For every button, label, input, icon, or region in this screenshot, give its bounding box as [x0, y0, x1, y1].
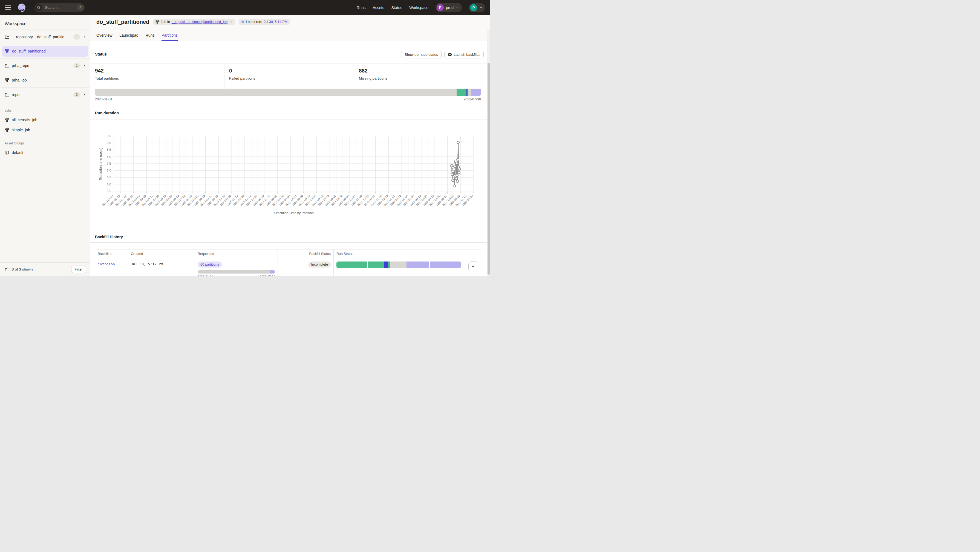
main-content: do_stuff_partitioned Job in __reposi...a… — [90, 15, 490, 276]
backfill-table: Backfill IdCreatedRequestedBackfill Stat… — [95, 249, 481, 276]
nav-link-status[interactable]: Status — [391, 5, 402, 10]
requested-end-date: 2022-07-30 — [260, 275, 275, 276]
svg-text:5.5: 5.5 — [107, 190, 111, 193]
sidebar-job-simple_job[interactable]: simple_job — [0, 125, 90, 135]
search-input[interactable] — [45, 5, 76, 10]
sidebar-item-prha-repo[interactable]: prha_repo1 — [0, 59, 90, 73]
dagster-logo-icon[interactable] — [17, 3, 27, 13]
deployment-switcher[interactable]: P prod — [436, 3, 462, 12]
stat-label: Missing partitions — [359, 76, 490, 81]
page-scrollbar[interactable] — [487, 30, 490, 276]
bar-segment — [457, 89, 466, 96]
chevron-down-icon — [479, 6, 483, 9]
sidebar-item-label: __repository__do_stuff_partitio... — [12, 35, 68, 39]
bar-segment — [368, 262, 384, 268]
job-icon — [156, 20, 159, 24]
job-origin-link[interactable]: __reposi...artitioned@partitioned_job — [172, 20, 228, 24]
top-nav: / RunsAssetsStatusWorkspace P prod P — [0, 0, 490, 15]
run-status-dot-icon — [242, 21, 244, 23]
sidebar-job-all_cereals_job[interactable]: all_cereals_job — [0, 114, 90, 125]
nav-link-assets[interactable]: Assets — [372, 5, 384, 10]
sidebar-item-label: do_stuff_partitioned — [12, 49, 46, 53]
chevron-down-icon — [456, 6, 459, 9]
sidebar-item-selected-pill: do_stuff_partitioned — [2, 46, 88, 57]
column-header-run-status: Run Status — [334, 249, 465, 258]
caret-down-icon[interactable] — [83, 64, 86, 67]
sidebar-item-label: repo — [12, 92, 19, 97]
folder-icon — [5, 35, 9, 39]
stat-value: 942 — [95, 68, 224, 74]
search-icon — [35, 4, 43, 11]
bar-start-date: 2020-01-01 — [95, 97, 113, 101]
backfill-requested-cell: 60 partitions 2020-01-01 2022-07-30 — [195, 258, 278, 276]
svg-text:6.5: 6.5 — [107, 176, 111, 179]
svg-text:9.5: 9.5 — [107, 134, 111, 138]
backfill-history-title: Backfill History — [95, 235, 123, 239]
user-avatar: P — [470, 4, 477, 11]
nav-link-workspace[interactable]: Workspace — [409, 5, 428, 10]
partition-status-bar[interactable] — [95, 89, 481, 96]
svg-text:7.5: 7.5 — [107, 162, 111, 165]
column-header-backfill-id: Backfill Id — [95, 249, 128, 258]
backfill-table-row: jozrgsbh Jul 30, 5:12 PM 60 partitions 2… — [95, 258, 481, 276]
sidebar-item-prha-job[interactable]: prha_job — [0, 73, 90, 87]
stat-label: Total partitions — [95, 76, 224, 81]
svg-text:7.0: 7.0 — [107, 169, 111, 172]
bar-segment — [384, 262, 388, 268]
global-search[interactable]: / — [35, 3, 84, 12]
sidebar-item-repo[interactable]: repo3 — [0, 87, 90, 102]
bar-segment — [471, 89, 481, 96]
repo-count: 3 of 3 shown — [12, 267, 33, 271]
stat-missing-partitions: 882Missing partitions — [354, 63, 490, 89]
deployment-label: prod — [446, 5, 453, 10]
workspace-list: __repository__do_stuff_partitio...1do_st… — [0, 30, 90, 102]
caret-down-icon[interactable] — [83, 35, 86, 38]
repo-job-count-badge: 1 — [73, 34, 80, 40]
bar-segment — [95, 89, 457, 96]
sidebar-asset-group-default[interactable]: default — [0, 148, 90, 157]
job-label: simple_job — [12, 128, 30, 132]
folder-icon — [5, 267, 9, 271]
requested-range-bar — [198, 270, 275, 274]
stat-value: 0 — [229, 68, 354, 74]
hamburger-menu-icon[interactable] — [5, 5, 11, 10]
nav-links: RunsAssetsStatusWorkspace — [357, 5, 428, 10]
page-title: do_stuff_partitioned — [96, 19, 149, 25]
scrollbar-thumb[interactable] — [488, 63, 490, 274]
tab-overview[interactable]: Overview — [96, 33, 112, 41]
column-header-actions — [465, 249, 481, 258]
user-menu[interactable]: P — [469, 3, 485, 12]
tab-runs[interactable]: Runs — [146, 33, 155, 41]
sidebar-item-label: prha_job — [12, 78, 27, 82]
deployment-avatar: P — [437, 4, 444, 11]
partition-stats: 942Total partitions0Failed partitions882… — [90, 63, 490, 89]
run-status-bar[interactable] — [336, 262, 461, 268]
requested-partitions-badge[interactable]: 60 partitions — [198, 262, 222, 268]
bar-segment — [430, 262, 461, 268]
caret-down-icon[interactable] — [83, 93, 86, 96]
expand-row-button[interactable] — [468, 262, 478, 271]
refresh-icon[interactable] — [229, 20, 233, 24]
repo-job-count-badge: 3 — [73, 92, 80, 97]
launch-backfill-button[interactable]: Launch backfill... — [444, 51, 484, 58]
bar-segment — [270, 270, 275, 274]
nav-link-runs[interactable]: Runs — [357, 5, 366, 10]
column-header-created: Created — [128, 249, 195, 258]
bar-segment — [336, 262, 368, 268]
sidebar-item-repository-do-stuff-partitio[interactable]: __repository__do_stuff_partitio...1 — [0, 30, 90, 44]
svg-text:6.0: 6.0 — [107, 183, 111, 186]
column-header-requested: Requested — [195, 249, 278, 258]
run-duration-chart: 5.56.06.57.07.58.08.59.09.52020-01-01202… — [90, 122, 487, 218]
tab-partitions[interactable]: Partitions — [162, 33, 177, 41]
job-tabs: OverviewLaunchpadRunsPartitions — [96, 33, 178, 41]
svg-text:8.5: 8.5 — [107, 148, 111, 151]
tab-launchpad[interactable]: Launchpad — [119, 33, 138, 41]
sidebar-item-do-stuff-partitioned[interactable]: do_stuff_partitioned — [0, 44, 90, 59]
latest-run-link[interactable]: Jul 30, 5:14 PM — [264, 20, 288, 24]
sidebar-footer: 3 of 3 shown Filter — [0, 262, 90, 276]
filter-button[interactable]: Filter — [71, 266, 86, 273]
stat-failed-partitions: 0Failed partitions — [224, 63, 354, 89]
show-per-step-status-button[interactable]: Show per-step status — [401, 51, 442, 58]
backfill-id-link[interactable]: jozrgsbh — [98, 262, 115, 266]
svg-text:8.0: 8.0 — [107, 155, 111, 159]
